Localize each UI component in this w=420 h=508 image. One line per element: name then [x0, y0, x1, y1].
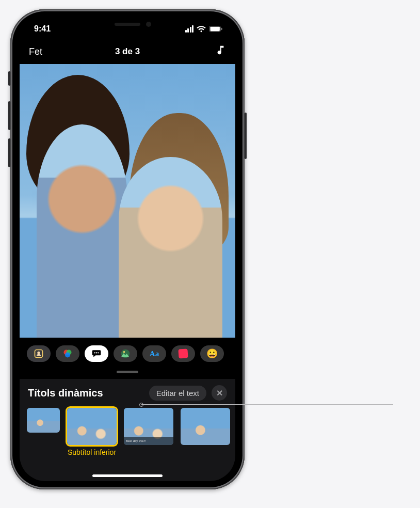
emoji-icon: 😀: [206, 348, 218, 359]
memoji-button[interactable]: [27, 345, 51, 362]
posters-button[interactable]: [114, 345, 137, 362]
cellular-icon: [185, 25, 194, 33]
done-button[interactable]: Fet: [29, 46, 42, 57]
live-titles-button[interactable]: [85, 345, 108, 362]
title-style-label: Subtítol inferior estàtic: [67, 448, 117, 457]
title-styles-thumbnails[interactable]: Subtítol inferior estàtic Best day ever!: [20, 406, 235, 457]
panel-grabber[interactable]: [117, 371, 138, 373]
svg-point-7: [65, 353, 70, 358]
music-note-icon: [215, 44, 226, 56]
title-style-option[interactable]: [27, 408, 60, 457]
svg-point-4: [37, 352, 40, 354]
status-indicators: [185, 25, 223, 33]
home-indicator[interactable]: [92, 474, 163, 477]
screen: 9:41 Fet 3 de: [20, 18, 235, 481]
silence-switch: [8, 71, 10, 86]
svg-point-10: [98, 352, 99, 353]
clip-viewer[interactable]: [20, 64, 235, 338]
filters-icon: [62, 348, 73, 359]
title-style-option[interactable]: Best day ever!: [124, 408, 173, 457]
battery-icon: [209, 26, 223, 32]
power-button: [245, 113, 247, 159]
close-icon: ✕: [216, 388, 223, 398]
text-style-icon: Aa: [150, 350, 159, 358]
title-style-option[interactable]: [181, 408, 230, 457]
landscape-icon: [120, 348, 131, 359]
svg-point-12: [123, 351, 125, 353]
emoji-button[interactable]: 😀: [200, 345, 224, 362]
svg-rect-1: [210, 27, 219, 31]
title-style-option-selected[interactable]: Subtítol inferior estàtic: [67, 408, 117, 457]
wifi-icon: [197, 26, 206, 33]
svg-point-9: [96, 352, 97, 353]
stickers-button[interactable]: [171, 345, 195, 362]
close-panel-button[interactable]: ✕: [212, 385, 227, 401]
sticker-icon: [178, 348, 188, 358]
svg-point-8: [94, 352, 95, 353]
device-frame: 9:41 Fet 3 de: [10, 9, 245, 489]
effects-toolbar: Aa 😀: [20, 340, 235, 368]
edit-text-button[interactable]: Editar el text: [149, 386, 206, 401]
titles-panel: Títols dinàmics Editar el text ✕ Subtíto…: [20, 379, 235, 481]
notch: [81, 18, 174, 33]
status-time: 9:41: [34, 24, 51, 34]
music-button[interactable]: [215, 44, 226, 59]
callout-leader: [141, 404, 393, 405]
navbar: Fet 3 de 3: [20, 40, 235, 63]
navbar-title: 3 de 3: [115, 46, 140, 57]
text-button[interactable]: Aa: [142, 345, 166, 362]
panel-title: Títols dinàmics: [28, 387, 103, 399]
volume-down-button: [8, 138, 10, 167]
memoji-icon: [34, 348, 44, 359]
svg-rect-2: [221, 28, 222, 30]
filters-button[interactable]: [56, 345, 79, 362]
volume-up-button: [8, 101, 10, 130]
panel-header: Títols dinàmics Editar el text ✕: [20, 383, 235, 406]
speech-bubble-icon: [91, 348, 102, 359]
